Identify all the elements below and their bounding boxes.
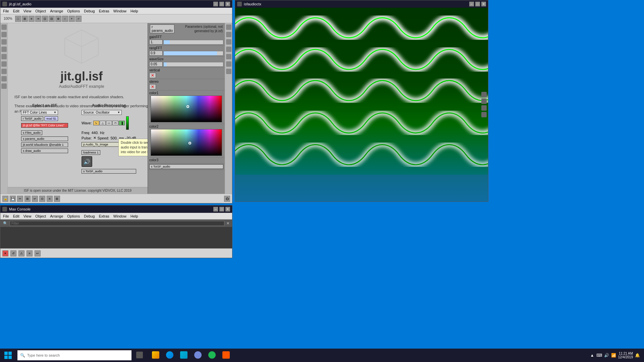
sidebar-icon-7[interactable] bbox=[1, 69, 7, 74]
sidebar-icon-1[interactable] bbox=[1, 24, 7, 30]
vertical-checkbox[interactable]: ✕ bbox=[149, 73, 156, 78]
wave-btn-2[interactable]: △ bbox=[100, 121, 106, 125]
right-sidebar-icon-6[interactable] bbox=[226, 61, 231, 67]
patch-canvas[interactable]: jit.gl.isf Audio/AudioFFT example ISF ca… bbox=[8, 23, 148, 194]
toolbar-btn-4[interactable]: ⇒ bbox=[35, 16, 41, 22]
console-icon-3[interactable]: ⚠ bbox=[18, 250, 24, 256]
menu-options[interactable]: Options bbox=[67, 9, 80, 13]
r-toisf-object[interactable]: r ToISF_audio bbox=[21, 116, 43, 121]
toolbar-btn-9[interactable]: + bbox=[69, 16, 75, 22]
console-icon-4[interactable]: ≡ bbox=[26, 250, 33, 256]
bottom-icon-save[interactable]: 💾 bbox=[10, 196, 16, 202]
menu-view[interactable]: View bbox=[23, 9, 32, 13]
files-object[interactable]: s Files_audio bbox=[21, 130, 42, 135]
console-maximize[interactable]: □ bbox=[219, 207, 224, 212]
stereo-checkbox[interactable]: ✕ bbox=[149, 84, 156, 89]
taskbar-app-discord[interactable] bbox=[191, 349, 205, 362]
bottom-icon-6[interactable]: ⊙ bbox=[39, 196, 45, 202]
menu-help[interactable]: Help bbox=[130, 9, 138, 13]
sidebar-icon-6[interactable] bbox=[1, 61, 7, 67]
right-sidebar-icon-5[interactable] bbox=[226, 54, 231, 59]
params-object[interactable]: s params_audio bbox=[21, 136, 68, 141]
filter-clear-icon[interactable]: ✕ bbox=[226, 221, 229, 226]
bottom-icon-4[interactable]: ⊞ bbox=[24, 196, 31, 202]
menu-extras[interactable]: Extras bbox=[99, 9, 109, 13]
toolbar-btn-2[interactable]: ⊞ bbox=[22, 16, 28, 22]
console-filter-input[interactable] bbox=[10, 221, 224, 226]
console-icon-2[interactable]: ↺ bbox=[10, 250, 16, 256]
color1-picker[interactable] bbox=[151, 96, 222, 122]
console-close[interactable]: ✕ bbox=[225, 207, 230, 212]
waveSize-value[interactable]: 0.05 bbox=[149, 62, 163, 67]
tray-volume-icon[interactable]: 🔊 bbox=[604, 353, 609, 358]
toolbar-btn-6[interactable]: ⊟ bbox=[49, 16, 55, 22]
console-menu-object[interactable]: Object bbox=[35, 214, 46, 218]
console-menu-debug[interactable]: Debug bbox=[84, 214, 95, 218]
taskbar-app-explorer[interactable] bbox=[149, 349, 162, 362]
console-menu-arrange[interactable]: Arrange bbox=[50, 214, 63, 218]
taskbar-app-store[interactable] bbox=[177, 349, 191, 362]
sidebar-icon-4[interactable] bbox=[1, 47, 7, 52]
close-button[interactable]: ✕ bbox=[225, 2, 230, 6]
toolbar-btn-10[interactable]: ⤶ bbox=[75, 16, 82, 22]
wave-btn-1[interactable]: ∿ bbox=[93, 121, 99, 125]
s-toisf-object[interactable]: s ToISF_audio bbox=[82, 169, 136, 174]
waveSize-slider[interactable] bbox=[163, 62, 223, 67]
console-menu-view[interactable]: View bbox=[23, 214, 32, 218]
toolbar-btn-7[interactable]: ⊛ bbox=[55, 16, 61, 22]
gainFFT-value[interactable]: 1. bbox=[149, 40, 163, 45]
maximize-button[interactable]: □ bbox=[219, 2, 224, 6]
sidebar-icon-3[interactable] bbox=[1, 39, 7, 45]
loadmess-object[interactable]: loadmess 1 bbox=[82, 150, 100, 155]
read-button[interactable]: read $1 bbox=[45, 116, 58, 121]
wave-btn-4[interactable]: ⊓ bbox=[112, 121, 118, 125]
bottom-icon-8[interactable]: ⊞ bbox=[54, 196, 60, 202]
isf-settings-icon[interactable] bbox=[481, 99, 487, 104]
start-button[interactable] bbox=[0, 349, 16, 362]
tray-notification-icon[interactable]: 🔔 bbox=[635, 353, 640, 358]
menu-debug[interactable]: Debug bbox=[84, 9, 95, 13]
wave-btn-3[interactable]: ▭ bbox=[106, 121, 112, 125]
menu-edit[interactable]: Edit bbox=[13, 9, 19, 13]
bottom-icon-power[interactable]: ⏻ bbox=[224, 196, 230, 202]
tray-icon-1[interactable]: ▲ bbox=[590, 353, 594, 358]
isf-panel-icon[interactable] bbox=[481, 112, 487, 117]
console-icon-5[interactable]: ↩ bbox=[35, 250, 41, 256]
taskbar-app-edge[interactable] bbox=[163, 349, 176, 362]
taskbar-app-spotify[interactable] bbox=[205, 349, 219, 362]
menu-arrange[interactable]: Arrange bbox=[50, 9, 63, 13]
bottom-icon-lock[interactable]: 🔒 bbox=[2, 196, 8, 202]
bottom-icon-3[interactable]: ✂ bbox=[17, 196, 23, 202]
sidebar-icon-2[interactable] bbox=[1, 32, 7, 37]
tray-network-icon[interactable]: 📶 bbox=[611, 353, 616, 358]
toolbar-btn-5[interactable]: ⊡ bbox=[42, 16, 48, 22]
console-menu-help[interactable]: Help bbox=[130, 214, 138, 218]
wave-btn-5[interactable]: ▐ bbox=[119, 121, 125, 125]
jitworld-object[interactable]: jit.world isfaudioctx @enable 1 bbox=[21, 142, 68, 147]
sidebar-icon-5[interactable] bbox=[1, 54, 7, 59]
menu-window[interactable]: Window bbox=[113, 9, 126, 13]
isf-dropdown[interactable]: FFT Color Lines ▼ bbox=[21, 110, 58, 115]
isf-maximize[interactable]: □ bbox=[475, 2, 480, 6]
isf-info-icon[interactable] bbox=[481, 105, 487, 111]
taskbar-search[interactable]: 🔍 Type here to search bbox=[17, 350, 131, 360]
isf-zoom-icon[interactable] bbox=[481, 92, 487, 97]
speaker-button[interactable]: 🔊 bbox=[82, 156, 92, 167]
console-clear-icon[interactable]: ✕ bbox=[2, 250, 8, 256]
isf-close[interactable]: ✕ bbox=[481, 2, 486, 6]
right-sidebar-icon-3[interactable] bbox=[226, 39, 231, 45]
right-sidebar-icon-4[interactable] bbox=[226, 47, 231, 52]
source-dropdown[interactable]: Source: Oscillator ▼ bbox=[82, 110, 122, 115]
rangFFT-value[interactable]: 0.9 bbox=[149, 51, 163, 56]
sidebar-icon-9[interactable] bbox=[1, 83, 7, 89]
toolbar-btn-1[interactable]: □ bbox=[15, 16, 21, 22]
jitglisf-object[interactable]: jit.gl.isf @file "FFT Color Lines" bbox=[21, 123, 68, 128]
sidebar-icon-8[interactable] bbox=[1, 76, 7, 81]
toolbar-btn-3[interactable]: ≡ bbox=[29, 16, 35, 22]
draw-object[interactable]: s draw_audio bbox=[21, 148, 68, 153]
menu-object[interactable]: Object bbox=[35, 9, 46, 13]
minimize-button[interactable]: ─ bbox=[213, 2, 218, 6]
right-sidebar-icon-2[interactable] bbox=[226, 32, 231, 37]
rangFFT-slider[interactable] bbox=[163, 51, 223, 56]
taskbar-task-view[interactable] bbox=[133, 349, 146, 362]
